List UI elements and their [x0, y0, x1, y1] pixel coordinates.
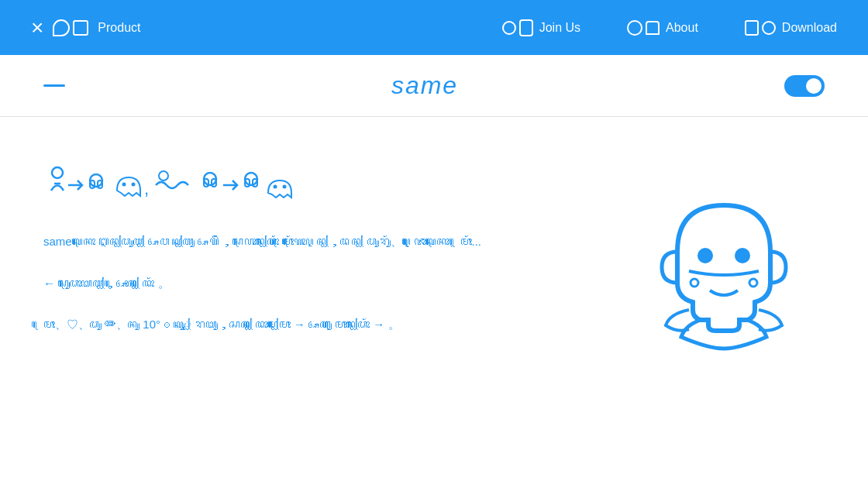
nav-product[interactable]: Product	[98, 21, 140, 35]
nav-download[interactable]: Download	[745, 20, 837, 36]
nav-about[interactable]: About	[627, 20, 698, 36]
about-icon-1	[627, 20, 642, 36]
join-icon-1	[502, 21, 516, 35]
product-icon-1	[53, 19, 70, 36]
heading-row: ,	[43, 163, 592, 210]
join-icon-2	[519, 19, 533, 36]
header: same	[0, 55, 868, 117]
svg-point-22	[749, 279, 757, 287]
mascot-svg	[646, 182, 801, 352]
download-icon-1	[745, 20, 759, 36]
nav-left: × Product	[31, 17, 141, 39]
navigation: × Product Join Us About Do	[0, 0, 868, 55]
download-icons	[745, 20, 776, 36]
svg-point-9	[159, 171, 168, 180]
main-content: , sameꦏꦤꦺꦴ ꦆꦤ꧀	[0, 117, 868, 387]
menu-dash[interactable]	[43, 84, 65, 87]
about-icon-2	[646, 21, 660, 35]
product-icons	[53, 19, 88, 36]
svg-point-6	[122, 183, 126, 187]
heading-icons-svg: ,	[43, 163, 415, 210]
about-icons	[627, 20, 660, 36]
svg-point-7	[132, 183, 136, 187]
svg-point-20	[735, 248, 750, 263]
nav-join[interactable]: Join Us	[502, 19, 580, 36]
toggle-switch[interactable]	[784, 75, 825, 97]
product-icon-2	[73, 20, 88, 36]
logo: same	[391, 71, 458, 100]
nav-center: Join Us About Download	[502, 19, 837, 36]
download-icon-2	[762, 21, 776, 35]
mascot-area	[623, 163, 825, 356]
main-left: , sameꦏꦤꦺꦴ ꦆꦤ꧀	[43, 163, 592, 356]
toggle-knob	[806, 78, 822, 94]
svg-point-18	[283, 185, 287, 189]
paragraph-2: ← ꦱꦸꦣꦺꦴꦧꦭ꧀，ꦄꦺꦴꦤ꧀ ꦢꦺꦴꦁ 。	[43, 273, 592, 294]
paragraph-1: sameꦏꦤꦺꦴ ꦆꦤ꧀ꦝꦸꦭ꧀ ꦄꦮꦏ꧀ꦭꦸ ꦄꦒꦼꦁ，ꦱꦥꦺꦴꦤ꧀ꦝꦺꦴꦁ …	[43, 232, 592, 252]
svg-text:,: ,	[144, 179, 149, 198]
join-icons	[502, 19, 533, 36]
svg-point-0	[52, 167, 63, 178]
svg-point-17	[274, 185, 277, 189]
svg-point-19	[698, 248, 713, 263]
paragraph-3: ꦩꦺꦴ、♡、ꦝꦸ ✏、ꦤꦸ 10° ⊙ ꦏꦸ꧀ ꦫꦧꦸ，ꦱꦤ꧀ ꦢꦺꦴꦩ꧀ꦩꦺꦴ…	[43, 314, 592, 335]
close-button[interactable]: ×	[31, 17, 43, 39]
svg-point-21	[691, 279, 698, 287]
